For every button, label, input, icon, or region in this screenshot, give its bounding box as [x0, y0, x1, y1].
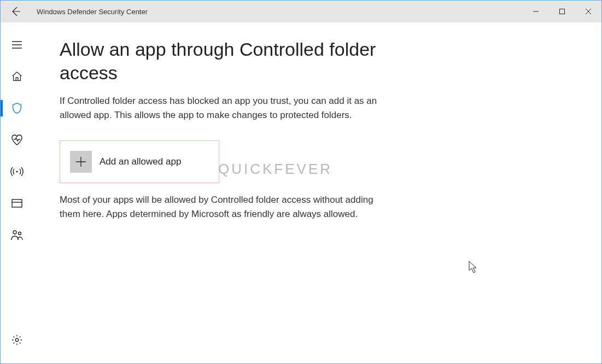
hamburger-menu[interactable]	[1, 31, 33, 58]
add-app-highlight: Add an allowed app	[60, 140, 219, 183]
heart-pulse-icon	[10, 134, 24, 146]
svg-rect-0	[560, 9, 565, 14]
shield-icon	[11, 102, 23, 114]
page-title: Allow an app through Controlled folder a…	[60, 38, 404, 84]
maximize-button[interactable]	[549, 1, 575, 22]
minimize-button[interactable]	[523, 1, 549, 22]
sidebar-item-home[interactable]	[1, 63, 33, 90]
content-area: Allow an app through Controlled folder a…	[1, 22, 601, 363]
sidebar-item-device-performance[interactable]	[1, 126, 33, 154]
home-icon	[11, 71, 23, 83]
sidebar-item-family[interactable]	[1, 221, 33, 249]
window-title: Windows Defender Security Center	[37, 8, 148, 16]
window-controls	[523, 1, 601, 22]
close-button[interactable]	[575, 1, 601, 22]
svg-point-3	[13, 231, 16, 234]
sidebar-item-settings[interactable]	[1, 326, 33, 354]
gear-icon	[11, 334, 23, 346]
add-allowed-app-label: Add an allowed app	[100, 156, 181, 167]
svg-point-4	[19, 232, 21, 235]
close-icon	[585, 8, 592, 15]
svg-point-5	[15, 338, 19, 342]
sidebar-item-app-browser-control[interactable]	[1, 190, 33, 217]
watermark-text: QUICKFEVER	[218, 161, 332, 178]
app-window-icon	[11, 198, 23, 209]
back-arrow-icon	[10, 6, 21, 17]
signal-icon	[10, 166, 24, 178]
svg-point-1	[16, 171, 17, 172]
mouse-cursor-icon	[469, 261, 478, 274]
hamburger-icon	[11, 40, 22, 49]
main-content: Allow an app through Controlled folder a…	[33, 22, 601, 363]
maximize-icon	[559, 8, 565, 15]
minimize-icon	[533, 8, 539, 15]
svg-rect-2	[12, 199, 22, 207]
page-description: If Controlled folder access has blocked …	[60, 94, 399, 123]
sidebar	[1, 22, 33, 363]
sidebar-item-virus-protection[interactable]	[1, 95, 33, 122]
titlebar: Windows Defender Security Center	[1, 1, 601, 22]
info-text: Most of your apps will be allowed by Con…	[60, 193, 382, 222]
plus-icon-box	[70, 151, 92, 173]
family-icon	[10, 229, 24, 241]
add-allowed-app-button[interactable]: Add an allowed app	[70, 151, 219, 173]
plus-icon	[75, 156, 87, 168]
back-button[interactable]	[5, 1, 27, 22]
sidebar-item-firewall[interactable]	[1, 158, 33, 185]
